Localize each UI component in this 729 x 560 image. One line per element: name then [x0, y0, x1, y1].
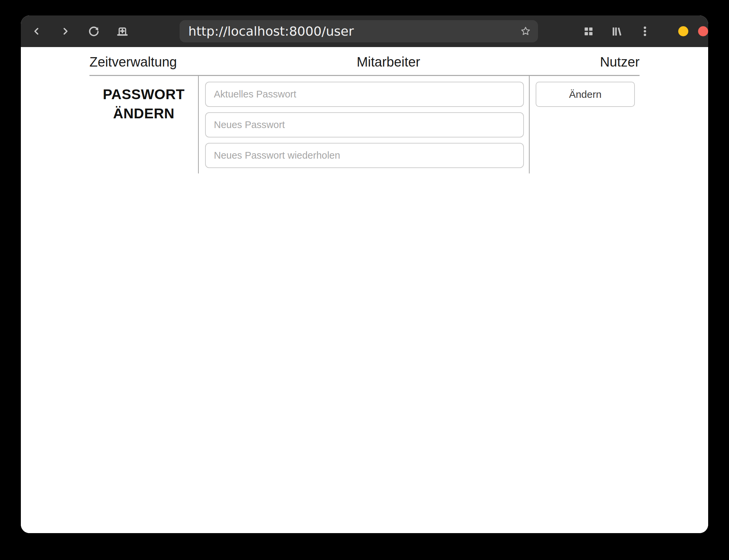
- section-title-line1: PASSWORT: [89, 85, 198, 104]
- password-form-fields: [199, 76, 530, 173]
- back-button[interactable]: [28, 22, 46, 41]
- minimize-button[interactable]: [678, 26, 688, 36]
- kebab-menu-icon: [639, 26, 651, 37]
- submit-cell: Ändern: [530, 76, 640, 173]
- new-tab-button[interactable]: [113, 22, 132, 41]
- browser-toolbar: [21, 15, 708, 47]
- bookmark-button[interactable]: [520, 26, 531, 37]
- reload-icon: [87, 25, 101, 38]
- new-password-input[interactable]: [205, 112, 524, 137]
- url-bar[interactable]: [180, 20, 538, 42]
- forward-chevron-icon: [60, 26, 70, 37]
- page-content: Zeitverwaltung Mitarbeiter Nutzer PASSWO…: [21, 47, 708, 533]
- change-password-button[interactable]: Ändern: [536, 82, 635, 107]
- tab-overview-button[interactable]: [579, 22, 598, 41]
- close-button[interactable]: [698, 26, 708, 36]
- forward-button[interactable]: [56, 22, 75, 41]
- nav-item-zeitverwaltung[interactable]: Zeitverwaltung: [89, 54, 177, 70]
- window-controls: [678, 26, 708, 36]
- section-title: PASSWORT ÄNDERN: [89, 85, 198, 123]
- section-title-line2: ÄNDERN: [89, 104, 198, 123]
- current-password-input[interactable]: [205, 82, 524, 107]
- url-input[interactable]: [180, 24, 538, 39]
- main-nav: Zeitverwaltung Mitarbeiter Nutzer: [89, 47, 640, 76]
- repeat-new-password-input[interactable]: [205, 143, 524, 168]
- nav-item-nutzer[interactable]: Nutzer: [600, 54, 640, 70]
- menu-button[interactable]: [636, 22, 654, 41]
- nav-item-mitarbeiter[interactable]: Mitarbeiter: [357, 54, 420, 70]
- back-chevron-icon: [32, 26, 42, 37]
- browser-window: Zeitverwaltung Mitarbeiter Nutzer PASSWO…: [21, 15, 708, 533]
- reload-button[interactable]: [85, 22, 103, 41]
- new-tab-icon: [116, 25, 129, 38]
- password-change-section: PASSWORT ÄNDERN Ändern: [89, 76, 640, 173]
- library-icon: [611, 25, 623, 37]
- library-button[interactable]: [607, 22, 626, 41]
- section-heading-cell: PASSWORT ÄNDERN: [89, 76, 199, 173]
- toolbar-right-icons: [579, 22, 664, 41]
- star-icon: [520, 26, 531, 37]
- grid-icon: [583, 26, 594, 37]
